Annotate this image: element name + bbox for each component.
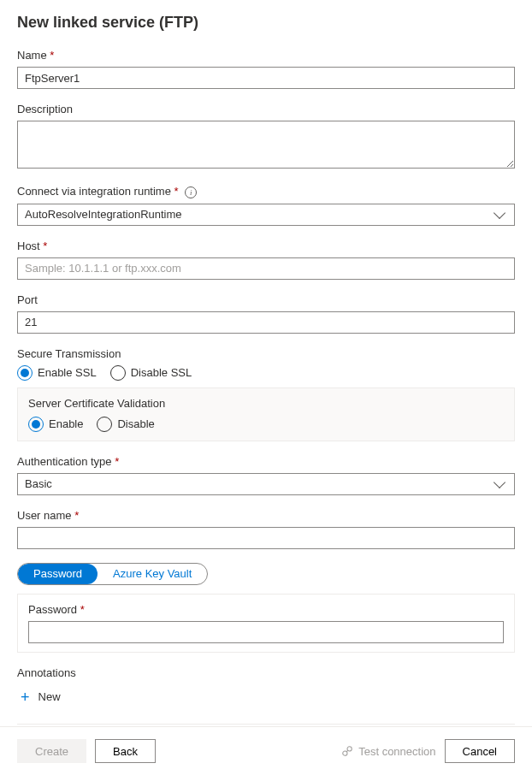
password-label: Password (28, 603, 504, 616)
footer: Create Back Test connection Cancel (0, 726, 532, 775)
password-input[interactable] (28, 621, 504, 643)
secure-transmission-field: Secure Transmission Enable SSL Disable S… (17, 347, 515, 441)
description-input[interactable] (17, 121, 515, 169)
keyvault-tab[interactable]: Azure Key Vault (98, 564, 207, 584)
host-label: Host (17, 240, 515, 252)
divider (17, 724, 515, 725)
port-field: Port (17, 293, 515, 334)
password-panel: Password (17, 594, 515, 653)
username-field: User name (17, 509, 515, 549)
test-connection-link: Test connection (341, 745, 435, 758)
auth-type-select[interactable]: Basic (17, 473, 515, 495)
port-input[interactable] (17, 311, 515, 334)
cancel-button[interactable]: Cancel (445, 739, 515, 763)
description-label: Description (17, 103, 515, 115)
plus-icon: + (21, 689, 30, 705)
annotations-label: Annotations (17, 666, 515, 679)
info-icon[interactable]: i (185, 186, 197, 198)
cert-enable-radio[interactable]: Enable (28, 417, 83, 432)
password-section: Password Azure Key Vault Password (17, 563, 515, 653)
add-annotation-button[interactable]: + New (17, 684, 64, 710)
description-field: Description (17, 103, 515, 171)
disable-ssl-radio[interactable]: Disable SSL (110, 365, 192, 381)
auth-type-value: Basic (25, 477, 52, 490)
host-field: Host (17, 240, 515, 280)
auth-type-field: Authentication type Basic (17, 455, 515, 495)
runtime-value: AutoResolveIntegrationRuntime (25, 208, 182, 221)
runtime-select[interactable]: AutoResolveIntegrationRuntime (17, 204, 515, 226)
annotations-field: Annotations + New (17, 666, 515, 710)
connection-icon (341, 745, 353, 757)
name-input[interactable] (17, 67, 515, 89)
create-button: Create (17, 739, 86, 763)
chevron-down-icon (494, 206, 505, 218)
runtime-field: Connect via integration runtime i AutoRe… (17, 185, 515, 226)
chevron-down-icon (494, 476, 505, 488)
host-input[interactable] (17, 257, 515, 280)
username-input[interactable] (17, 527, 515, 549)
username-label: User name (17, 509, 515, 522)
back-button[interactable]: Back (95, 739, 156, 763)
runtime-label: Connect via integration runtime i (17, 185, 515, 198)
port-label: Port (17, 293, 515, 306)
password-source-toggle: Password Azure Key Vault (17, 563, 208, 585)
name-label: Name (17, 49, 515, 62)
enable-ssl-radio[interactable]: Enable SSL (17, 365, 97, 381)
cert-validation-label: Server Certificate Validation (28, 397, 504, 410)
cert-validation-panel: Server Certificate Validation Enable Dis… (17, 388, 515, 441)
cert-disable-radio[interactable]: Disable (97, 417, 154, 432)
svg-line-2 (346, 750, 348, 752)
page-title: New linked service (FTP) (17, 14, 515, 32)
name-field: Name (17, 49, 515, 89)
secure-transmission-label: Secure Transmission (17, 347, 515, 360)
auth-type-label: Authentication type (17, 455, 515, 468)
password-tab[interactable]: Password (18, 564, 98, 584)
